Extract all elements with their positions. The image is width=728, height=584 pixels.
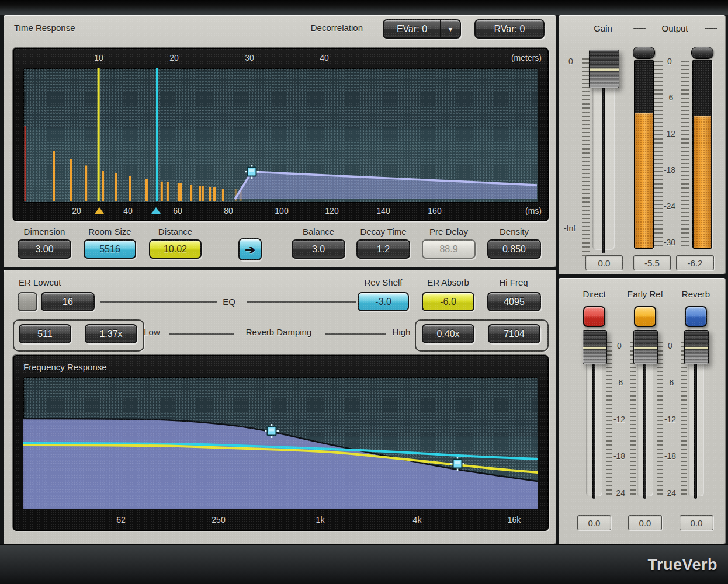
mix-scale-18: -18 bbox=[608, 451, 631, 461]
mix-scale-12: -12 bbox=[658, 415, 682, 424]
direct-sound-marker bbox=[98, 68, 100, 201]
distance-label: Distance bbox=[143, 227, 207, 237]
room-size-value-button[interactable]: 5516 bbox=[84, 239, 136, 259]
eq-panel: ER Lowcut 16 EQ Rev Shelf -3.0 ER Absorb… bbox=[4, 270, 556, 544]
mix-scale-18: -18 bbox=[658, 451, 682, 461]
evar-value: EVar: 0 bbox=[384, 24, 440, 34]
er-absorb-value-button[interactable]: -6.0 bbox=[422, 292, 474, 311]
damping-low-freq-value: 511 bbox=[37, 329, 53, 339]
output-left-value: -5.5 bbox=[644, 258, 660, 268]
early-ref-value-box[interactable]: 0.0 bbox=[628, 515, 662, 530]
time-response-svg[interactable] bbox=[23, 68, 538, 203]
damping-divider-line bbox=[325, 333, 386, 335]
gain-fader[interactable] bbox=[589, 50, 619, 88]
frequency-response-graph[interactable]: Frequency Response 62 250 1k 4k 16k bbox=[13, 355, 549, 531]
damping-high-ratio-value: 0.40x bbox=[436, 329, 459, 339]
early-ref-fader[interactable] bbox=[633, 330, 658, 364]
reverb-fader[interactable] bbox=[684, 330, 709, 364]
gain-fader-track[interactable] bbox=[602, 62, 605, 253]
pre-delay-value-button[interactable]: 88.9 bbox=[422, 239, 476, 259]
decay-time-value-button[interactable]: 1.2 bbox=[356, 239, 410, 259]
mix-scale-6: -6 bbox=[608, 378, 631, 387]
dimension-value-button[interactable]: 3.00 bbox=[18, 239, 71, 259]
density-value-button[interactable]: 0.850 bbox=[487, 239, 541, 259]
balance-value: 3.0 bbox=[312, 244, 325, 255]
early-ref-value: 0.0 bbox=[639, 518, 651, 528]
frequency-response-plot[interactable] bbox=[23, 377, 538, 509]
output-meter-left-level bbox=[635, 113, 653, 248]
master-panel: Gain Output 0 -Inf 0 -6 -12 -18 -24 -30 … bbox=[559, 15, 726, 274]
room-size-value: 5516 bbox=[99, 244, 120, 255]
high-label: High bbox=[384, 327, 419, 337]
er-lowcut-value-button[interactable]: 16 bbox=[41, 292, 95, 311]
distance-value-button[interactable]: 10.02 bbox=[149, 239, 202, 259]
meter-scale-6: -6 bbox=[657, 93, 682, 102]
freq-tick: 1k bbox=[303, 515, 338, 524]
direct-label: Direct bbox=[568, 289, 620, 299]
output-left-value-box[interactable]: -5.5 bbox=[633, 255, 671, 270]
reverb-value-box[interactable]: 0.0 bbox=[680, 515, 713, 530]
reverb-start-marker bbox=[156, 68, 158, 201]
er-absorb-label: ER Absorb bbox=[416, 277, 480, 287]
reverb-mute-button[interactable] bbox=[685, 306, 707, 327]
rev-shelf-value: -3.0 bbox=[375, 297, 391, 307]
frequency-response-title: Frequency Response bbox=[23, 362, 107, 372]
gain-label: Gain bbox=[585, 23, 620, 33]
damping-high-ratio-button[interactable]: 0.40x bbox=[422, 324, 474, 343]
output-meter-right bbox=[692, 60, 712, 249]
direct-time-marker-icon[interactable] bbox=[95, 207, 104, 214]
er-lowcut-toggle-button[interactable] bbox=[18, 292, 37, 311]
decorrelation-label: Decorrelation bbox=[261, 23, 363, 33]
rev-shelf-label: Rev Shelf bbox=[351, 277, 415, 287]
chevron-down-icon[interactable]: ▼ bbox=[440, 20, 460, 37]
meters-tick: 40 bbox=[307, 53, 342, 62]
time-response-panel: Time Response Decorrelation EVar: 0 ▼ RV… bbox=[4, 15, 556, 267]
early-ref-mute-button[interactable] bbox=[634, 306, 656, 327]
balance-label: Balance bbox=[286, 227, 351, 237]
hi-freq-value-button[interactable]: 4095 bbox=[487, 292, 541, 311]
damping-low-ratio-value: 1.37x bbox=[99, 329, 122, 339]
ms-tick: 80 bbox=[211, 206, 246, 215]
damping-high-freq-button[interactable]: 7104 bbox=[488, 324, 540, 343]
damping-low-freq-button[interactable]: 511 bbox=[19, 324, 71, 343]
direct-value-box[interactable]: 0.0 bbox=[577, 515, 611, 530]
mix-panel: Direct Early Ref Reverb 0 -6 -12 -18 -24… bbox=[559, 278, 726, 544]
gain-value-box[interactable]: 0.0 bbox=[585, 255, 623, 270]
output-right-value-box[interactable]: -6.2 bbox=[676, 255, 714, 270]
eq-divider-line bbox=[100, 301, 217, 303]
direct-mute-button[interactable] bbox=[583, 306, 605, 327]
meter-right-cap bbox=[691, 47, 713, 59]
balance-value-button[interactable]: 3.0 bbox=[292, 239, 345, 259]
rvar-button[interactable]: RVar: 0 bbox=[474, 19, 545, 39]
mix-scale-12: -12 bbox=[608, 415, 631, 424]
meter-scale-24: -24 bbox=[657, 201, 682, 211]
reverb-time-marker-icon[interactable] bbox=[151, 207, 161, 214]
ms-tick: 60 bbox=[160, 206, 195, 215]
window-top-edge bbox=[0, 0, 728, 15]
time-response-plot[interactable] bbox=[23, 68, 538, 203]
trueverb-plugin-window: Time Response Decorrelation EVar: 0 ▼ RV… bbox=[0, 0, 728, 584]
meters-axis-unit: (meters) bbox=[511, 53, 542, 62]
mix-scale-0: 0 bbox=[658, 341, 682, 350]
room-size-label: Room Size bbox=[78, 227, 142, 237]
direct-fader[interactable] bbox=[583, 330, 607, 364]
mix-scale-0: 0 bbox=[608, 341, 631, 350]
ms-axis-unit: (ms) bbox=[525, 206, 542, 215]
evar-dropdown[interactable]: EVar: 0 ▼ bbox=[383, 19, 461, 39]
rev-shelf-value-button[interactable]: -3.0 bbox=[358, 292, 409, 311]
hi-freq-value: 4095 bbox=[504, 297, 525, 307]
output-label: Output bbox=[646, 23, 703, 33]
meters-tick: 10 bbox=[81, 53, 116, 62]
damping-low-ratio-button[interactable]: 1.37x bbox=[85, 324, 137, 343]
time-response-graph[interactable]: 10 20 30 40 (meters) 20 40 60 80 100 120… bbox=[13, 48, 549, 221]
copy-distance-button[interactable]: ➔ bbox=[238, 238, 262, 260]
er-lowcut-value: 16 bbox=[63, 297, 73, 307]
ms-tick: 100 bbox=[264, 206, 299, 215]
early-ref-label: Early Ref bbox=[619, 289, 671, 299]
frequency-response-svg[interactable] bbox=[23, 377, 538, 509]
dimension-value: 3.00 bbox=[35, 244, 53, 255]
rvar-value: RVar: 0 bbox=[494, 24, 525, 34]
output-bracket-right bbox=[705, 28, 717, 29]
meter-scale-18: -18 bbox=[657, 165, 682, 175]
decay-time-label: Decay Time bbox=[351, 227, 415, 237]
